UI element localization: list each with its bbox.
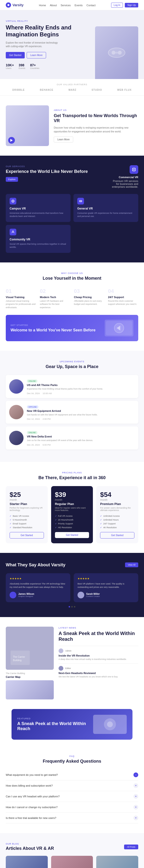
blog-sub-image: [6, 680, 54, 700]
svg-text:Building: Building: [13, 659, 22, 661]
faq-item-4[interactable]: How do I cancel or change my subscriptio…: [6, 802, 138, 813]
testimonials-header: What They Say About Varsity View All: [6, 562, 138, 567]
play-button[interactable]: [8, 137, 15, 144]
hero-section: VIRTUAL REALITY Where Reality Ends and I…: [0, 10, 144, 79]
about-btn[interactable]: Learn More: [54, 136, 73, 143]
svg-rect-4: [116, 52, 118, 54]
services-grid: Campus VR Immersive educational environm…: [6, 194, 138, 253]
partner-4: STUDIO: [92, 89, 102, 91]
nav-item-about[interactable]: About: [50, 3, 57, 7]
stat-users: 10K+ Users: [6, 63, 14, 69]
partners-row: DRIBBLE BEHANCE MARZ STUDIO WEB FLUX: [6, 89, 138, 91]
articles-all-btn[interactable]: All Posts: [124, 844, 138, 849]
dot-1[interactable]: [69, 606, 70, 608]
event-date-3: Dec 20, 2024: [27, 444, 40, 446]
svg-point-21: [107, 721, 113, 727]
pricing-section: PRICING PLANS Be There, Experience it al…: [0, 462, 144, 553]
hero-stats: 10K+ Users 398 Events 87+ Countries: [6, 63, 95, 69]
event-item-3: ONLINE VR New Delta Event Join us for th…: [6, 427, 138, 450]
svg-marker-5: [10, 139, 13, 142]
hero-cta-primary[interactable]: Get Started: [6, 52, 25, 58]
svg-point-11: [81, 201, 81, 202]
event-badge-1: ONLINE: [27, 379, 38, 383]
article-1[interactable]: Jan 12, 2024 · VR Virtual reality suppor…: [6, 856, 48, 868]
about-text: Discover how virtual reality is reshapin…: [54, 126, 138, 134]
features-label: WHY CHOOSE US: [6, 272, 138, 274]
nav-item-services[interactable]: Services: [61, 3, 71, 7]
signup-button[interactable]: Sign Up: [125, 3, 138, 7]
service-card-icon-2: [77, 198, 84, 205]
features-banner-image: [105, 320, 134, 336]
about-content: ABOUT US Get Transported to New Worlds T…: [54, 109, 138, 143]
dot-2[interactable]: [71, 606, 73, 608]
event-image-1: [9, 379, 24, 394]
testimonials-grid: ★★★★★ Absolutely incredible experience! …: [6, 573, 138, 602]
testimonial-author-2: Sarah Miller Content Creator: [77, 592, 135, 598]
faq-icon-5[interactable]: +: [134, 815, 138, 820]
svg-point-0: [7, 4, 9, 6]
services-icon: [129, 165, 138, 174]
nav-item-events[interactable]: Events: [75, 3, 83, 7]
faq-title: Frequently Asked Questions: [6, 759, 138, 764]
events-label: UPCOMING EVENTS: [6, 360, 138, 363]
services-cta-text: Premium VR services for businesses and e…: [110, 180, 138, 188]
pricing-label: PRICING PLANS: [6, 471, 138, 474]
about-section: ABOUT US Get Transported to New Worlds T…: [0, 96, 144, 156]
faq-icon-4[interactable]: +: [134, 805, 138, 810]
pricing-card-3: $54 /month Premium Plan For power users …: [96, 486, 138, 543]
stat-countries: 87+ Countries: [30, 63, 39, 69]
service-card-icon-3: [9, 229, 16, 236]
logo-text: Varsity: [13, 3, 24, 7]
faq-label: FAQ: [6, 755, 138, 757]
pricing-btn-1[interactable]: Get Started: [9, 532, 44, 538]
faq-item-2[interactable]: How does billing and subscription work? …: [6, 780, 138, 791]
nav-logo[interactable]: Varsity: [6, 2, 24, 8]
faq-item-5[interactable]: Is there a free trial available for new …: [6, 813, 138, 824]
pricing-btn-2[interactable]: Get Started: [55, 532, 89, 538]
faq-section: FAQ Frequently Asked Questions What equi…: [0, 745, 144, 833]
service-card-text-1: Immersive educational environments that …: [9, 212, 67, 218]
features-banner-content: GET STARTED Welcome to a World You've Ne…: [10, 324, 101, 332]
service-card-title-2: General VR: [77, 207, 135, 210]
features-section: WHY CHOOSE US Lose Yourself in the Momen…: [0, 262, 144, 351]
testimonials-view-all-btn[interactable]: View All: [125, 562, 138, 567]
blog-section: The Carrier Building The Carrier Buildin…: [0, 617, 144, 709]
nav-item-contact[interactable]: Contact: [87, 3, 96, 7]
services-cta: Commercial VR Premium VR services for bu…: [110, 165, 138, 188]
svg-point-8: [13, 201, 14, 202]
event-badge-2: OFFLINE: [27, 405, 39, 408]
event-item-2: OFFLINE New VR Equipment Arrived Get han…: [6, 401, 138, 424]
pricing-grid: $25 /month Starter Plan Perfect for begi…: [6, 486, 138, 543]
faq-item-3[interactable]: Can I use any VR headset with your platf…: [6, 791, 138, 802]
blog-wide-content: FEATURED A Sneak Peek at the World Withi…: [17, 717, 89, 732]
pricing-btn-3[interactable]: Get Started: [100, 532, 135, 538]
event-content-2: OFFLINE New VR Equipment Arrived Get han…: [27, 404, 135, 421]
event-badge-3: ONLINE: [27, 431, 38, 434]
article-image-2: [51, 856, 93, 868]
nav-item-home[interactable]: Home: [39, 3, 46, 7]
dot-3[interactable]: [74, 606, 75, 608]
articles-header: OUR BLOG Articles About VR & AR All Post…: [6, 843, 138, 851]
features-banner-title: Welcome to a World You've Never Seen Bef…: [10, 328, 101, 332]
article-2[interactable]: Jan 18, 2024 · AR Six benefits that the …: [51, 856, 93, 868]
login-button[interactable]: Log In: [111, 3, 123, 8]
articles-section: OUR BLOG Articles About VR & AR All Post…: [0, 833, 144, 868]
svg-text:The Carrier: The Carrier: [13, 656, 25, 658]
svg-point-3: [118, 51, 122, 55]
article-3[interactable]: Jan 25, 2024 · Tech Challenges of doing …: [96, 856, 138, 868]
event-time-2: 2:00 PM: [43, 418, 51, 420]
about-image: [6, 105, 49, 146]
faq-icon-1[interactable]: −: [134, 772, 138, 777]
event-image-3: [9, 431, 24, 445]
nav-links: Home About Services Events Contact: [39, 3, 96, 7]
faq-icon-2[interactable]: +: [134, 783, 138, 788]
hero-cta-secondary[interactable]: Learn More: [27, 52, 46, 58]
feature-2: 02 Modern Tech Latest VR hardware and so…: [40, 288, 70, 309]
hero-content: VIRTUAL REALITY Where Reality Ends and I…: [6, 20, 95, 79]
articles-grid: Jan 12, 2024 · VR Virtual reality suppor…: [6, 856, 138, 868]
svg-point-2: [112, 51, 116, 55]
faq-item-1[interactable]: What equipment do you need to get starte…: [6, 770, 138, 780]
faq-icon-3[interactable]: +: [134, 794, 138, 799]
hero-description: Explore the next frontier of immersive t…: [6, 41, 58, 48]
services-explore-btn[interactable]: Explore: [6, 177, 18, 182]
